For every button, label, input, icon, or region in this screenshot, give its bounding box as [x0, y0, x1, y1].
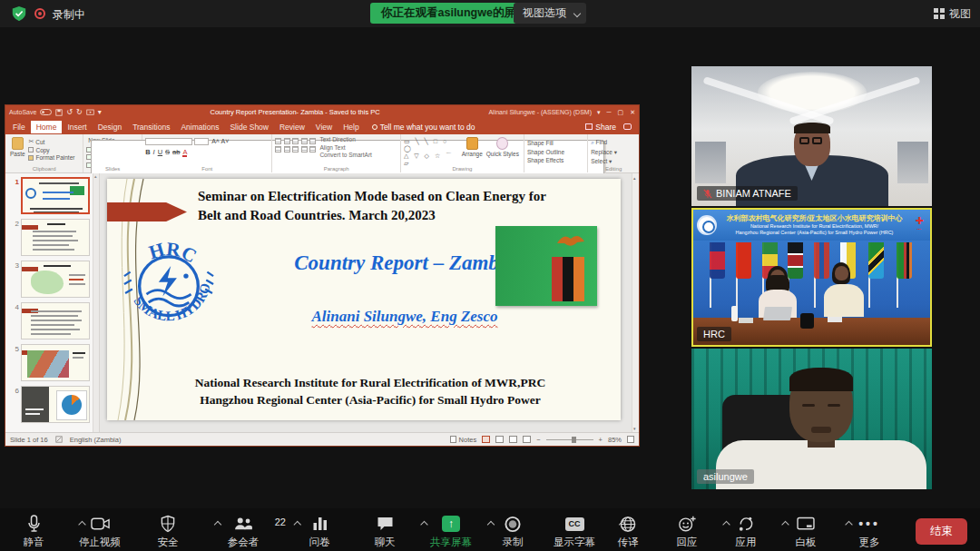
end-meeting-button[interactable]: 结束 — [916, 518, 967, 545]
find-button[interactable]: ⌕ Find — [591, 139, 636, 146]
captions-button[interactable]: CC 显示字幕 — [554, 515, 595, 549]
undo-icon[interactable]: ↺ — [66, 109, 73, 116]
shape-effects-button[interactable]: Shape Effects — [527, 157, 584, 163]
tab-insert[interactable]: Insert — [62, 121, 92, 133]
share-screen-button[interactable]: ↑ 共享屏幕 — [430, 515, 472, 549]
accessibility-icon[interactable] — [55, 436, 63, 443]
shapes-gallery[interactable]: ▭ ╲ ╲ □ ○ ◯△ ▽ ◇ ☆ ⌒ ▱ — [404, 138, 460, 167]
stop-video-chevron-icon[interactable] — [214, 521, 221, 528]
new-slide-button[interactable]: New Slide — [88, 137, 114, 143]
tab-review[interactable]: Review — [274, 121, 310, 133]
thumbnail-3[interactable]: 3 — [7, 261, 99, 298]
security-shield-icon[interactable] — [11, 5, 27, 22]
tab-slideshow[interactable]: Slide Show — [224, 121, 274, 133]
zoom-level[interactable]: 85% — [608, 436, 622, 444]
interpretation-button[interactable]: 传译 — [618, 515, 639, 549]
slide-canvas[interactable]: Seminar on Electrification Mode based on… — [107, 179, 621, 420]
tab-view[interactable]: View — [310, 121, 338, 133]
thumbnail-6[interactable]: 6 — [7, 386, 99, 423]
apps-chevron-icon[interactable] — [781, 521, 789, 528]
video-tile-hrc[interactable]: 水利部农村电气化研究所/亚太地区小水电研究培训中心 National Resea… — [691, 208, 932, 347]
tab-help[interactable]: Help — [338, 121, 364, 133]
language-status[interactable]: English (Zambia) — [70, 436, 122, 444]
more-button[interactable]: ••• 更多 — [859, 515, 880, 549]
close-icon[interactable]: ✕ — [630, 109, 635, 116]
stop-video-button[interactable]: 停止视频 — [79, 515, 121, 549]
quick-styles-button[interactable]: Quick Styles — [486, 137, 519, 166]
list-buttons[interactable] — [275, 138, 316, 144]
fit-to-window-icon[interactable] — [627, 436, 634, 443]
reactions-button[interactable]: 回应 — [677, 515, 698, 549]
align-buttons[interactable] — [275, 146, 316, 153]
mute-button[interactable]: 静音 — [24, 515, 44, 549]
chat-chevron-icon[interactable] — [420, 521, 427, 528]
slide-scrollbar[interactable]: ▴▾ — [632, 173, 639, 432]
replace-button[interactable]: Replace ▾ — [591, 149, 636, 156]
arrange-button[interactable]: Arrange — [462, 137, 483, 166]
redo-icon[interactable]: ↻ — [76, 109, 83, 116]
share-button[interactable]: Share — [585, 123, 616, 132]
tab-animations[interactable]: Animations — [175, 121, 224, 133]
zoom-slider[interactable] — [546, 439, 593, 440]
whiteboard-chevron-icon[interactable] — [845, 521, 852, 528]
shape-fill-button[interactable]: Shape Fill — [527, 140, 584, 146]
convert-smartart-button[interactable]: Convert to SmartArt — [319, 152, 371, 158]
minimize-icon[interactable]: ─ — [607, 109, 612, 116]
thumbnail-scrollbar[interactable] — [93, 173, 99, 432]
start-slideshow-icon[interactable] — [86, 109, 94, 116]
italic-button[interactable]: I — [153, 148, 155, 156]
recording-indicator-icon[interactable] — [34, 8, 45, 19]
tab-transitions[interactable]: Transitions — [127, 121, 175, 133]
font-size-select[interactable] — [194, 138, 209, 145]
participants-button[interactable]: 参会者 22 — [228, 515, 260, 549]
video-tile-biniam[interactable]: BINIAM ATNAFE — [691, 66, 932, 206]
grow-shrink-font-icons[interactable]: A˄ A˅ — [211, 138, 229, 145]
reactions-chevron-icon[interactable] — [722, 521, 730, 528]
autosave-toggle[interactable] — [40, 109, 52, 115]
record-button[interactable]: 录制 — [503, 515, 524, 549]
bold-button[interactable]: B — [145, 148, 150, 156]
notes-button[interactable]: Notes — [450, 436, 477, 444]
strikethrough-button[interactable]: S — [165, 148, 170, 156]
reading-view-icon[interactable] — [509, 436, 517, 443]
paste-button[interactable]: Paste — [10, 137, 25, 157]
view-button[interactable]: 视图 — [934, 5, 971, 23]
zoom-out-button[interactable]: − — [536, 436, 540, 444]
thumbnail-5[interactable]: 5 — [7, 344, 99, 381]
copy-button[interactable]: Copy — [28, 147, 74, 153]
slideshow-view-icon[interactable] — [523, 436, 531, 443]
cut-button[interactable]: ✂Cut — [28, 138, 74, 145]
underline-button[interactable]: U — [158, 148, 162, 156]
save-icon[interactable] — [55, 109, 63, 116]
tab-design[interactable]: Design — [93, 121, 127, 133]
security-button[interactable]: 安全 — [158, 515, 179, 549]
font-name-select[interactable] — [145, 138, 192, 145]
thumbnail-2[interactable]: 2 — [7, 219, 99, 256]
normal-view-icon[interactable] — [482, 436, 490, 443]
tell-me-box[interactable]: Tell me what you want to do — [372, 123, 475, 132]
maximize-icon[interactable]: ▢ — [618, 109, 624, 116]
video-tile-asilungwe[interactable]: asilungwe — [691, 349, 932, 489]
polls-button[interactable]: 问卷 — [309, 515, 330, 549]
thumbnail-1[interactable]: 1 — [7, 177, 99, 214]
character-spacing-button[interactable]: ab — [172, 148, 180, 156]
select-button[interactable]: Select ▾ — [591, 158, 636, 165]
ribbon-options-icon[interactable]: ▾ — [597, 109, 601, 116]
share-screen-chevron-icon[interactable] — [487, 521, 495, 528]
format-painter-button[interactable]: Format Painter — [28, 154, 74, 161]
participants-chevron-icon[interactable] — [294, 521, 301, 528]
tab-home[interactable]: Home — [31, 121, 63, 133]
text-direction-button[interactable]: Text Direction — [319, 136, 371, 143]
whiteboard-button[interactable]: 白板 — [796, 515, 817, 549]
zoom-in-button[interactable]: + — [599, 436, 603, 444]
tab-file[interactable]: File — [7, 121, 31, 133]
slide-sorter-icon[interactable] — [495, 436, 504, 443]
comments-icon[interactable] — [623, 123, 632, 130]
shape-outline-button[interactable]: Shape Outline — [527, 149, 584, 155]
chat-button[interactable]: 聊天 — [375, 515, 396, 549]
align-text-button[interactable]: Align Text — [319, 144, 371, 151]
thumbnail-4[interactable]: 4 — [7, 302, 99, 339]
font-color-button[interactable]: A — [182, 149, 187, 157]
view-options-button[interactable]: 视图选项 — [514, 3, 586, 24]
apps-button[interactable]: 应用 — [736, 515, 757, 549]
